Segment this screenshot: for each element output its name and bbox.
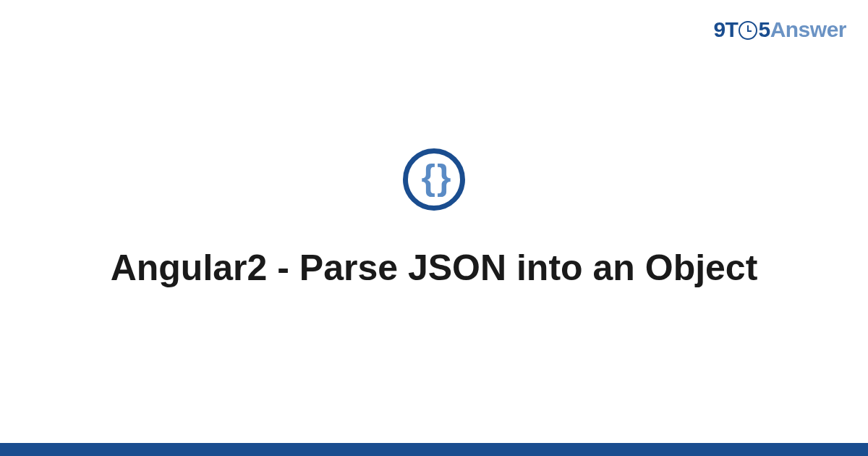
braces-glyph: { } xyxy=(422,159,447,195)
logo-answer: Answer xyxy=(770,17,846,42)
main-content: { } Angular2 - Parse JSON into an Object xyxy=(0,148,868,291)
page-title: Angular2 - Parse JSON into an Object xyxy=(0,245,868,291)
clock-icon xyxy=(739,21,757,40)
logo-t: T xyxy=(726,17,739,42)
logo-five: 5 xyxy=(758,17,770,42)
json-braces-icon: { } xyxy=(403,148,465,211)
site-logo: 9 T 5 Answer xyxy=(713,17,846,42)
logo-nine: 9 xyxy=(713,17,725,42)
footer-bar xyxy=(0,443,868,456)
